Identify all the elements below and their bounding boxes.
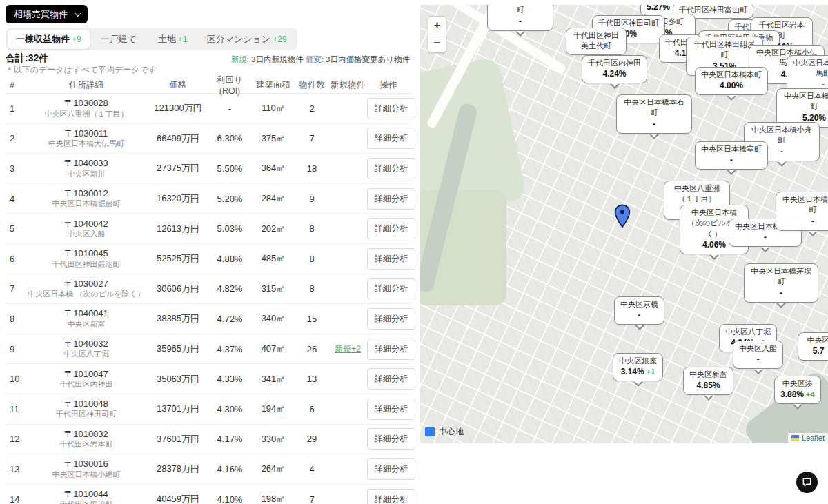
address-text: 千代田区内神田 <box>25 380 148 390</box>
legend-new-desc: : 3日内新規物件 <box>247 55 304 63</box>
action-cell: 詳細分析 <box>367 278 410 299</box>
row-number: 12 <box>6 434 25 444</box>
price-cell: 37601万円 <box>148 433 208 445</box>
tab-badge: +1 <box>178 34 188 44</box>
roi-cell: 6.30% <box>208 133 251 143</box>
center-legend-label: 中心地 <box>439 426 464 438</box>
tab-income-building[interactable]: 一棟収益物件+9 <box>8 30 90 49</box>
detail-analysis-button[interactable]: 詳細分析 <box>367 428 415 450</box>
detail-analysis-button[interactable]: 詳細分析 <box>367 278 415 299</box>
app-root: 相場売買物件 一棟収益物件+9 一戸建て 土地+1 区分マンション+29 合計:… <box>0 0 828 504</box>
detail-analysis-button[interactable]: 詳細分析 <box>367 458 415 480</box>
row-address-cell: 〒1010032 千代田区岩本町 <box>25 429 148 450</box>
tab-condo[interactable]: 区分マンション+29 <box>199 30 295 49</box>
table-row: 11 〒1010048 千代田区神田司町 13701万円 4.30% 194㎡ … <box>6 394 410 425</box>
tab-badge: +29 <box>273 34 286 44</box>
row-number: 11 <box>6 404 25 414</box>
area-value-row: 4.85% <box>689 380 727 392</box>
map-area-tooltip[interactable]: 中央区湊 3.88% +4 <box>774 376 821 404</box>
zoom-in-button[interactable]: + <box>428 17 446 34</box>
count-cell: 8 <box>295 223 328 234</box>
count-cell: 26 <box>295 344 328 354</box>
map-area-tooltip[interactable]: 中央区京橋 - <box>614 296 664 325</box>
detail-analysis-button[interactable]: 詳細分析 <box>367 489 415 504</box>
tab-label: 一戸建て <box>101 34 137 44</box>
category-dropdown[interactable]: 相場売買物件 <box>6 5 88 23</box>
zoom-out-button[interactable]: − <box>428 34 446 52</box>
detail-analysis-button[interactable]: 詳細分析 <box>367 98 415 119</box>
map-area-tooltip[interactable]: 中央区銀座 3.14% +1 <box>613 353 663 381</box>
chevron-down-icon <box>75 10 81 17</box>
postal-code: 〒1030028 <box>25 98 148 109</box>
area-roi-value: 3.88% <box>780 390 804 399</box>
map-legend: 中心地 <box>425 423 464 441</box>
map-area-tooltip[interactable]: 中央区日本橋室町 - <box>695 141 768 170</box>
col-header-count: 物件数 <box>295 79 328 91</box>
row-number: 14 <box>6 494 25 504</box>
roi-cell: - <box>208 103 251 114</box>
chat-button[interactable] <box>796 472 818 493</box>
roi-cell: 4.72% <box>208 314 251 324</box>
area-cell: 194㎡ <box>251 403 295 415</box>
count-cell: 8 <box>295 254 328 264</box>
map-zoom-control: + − <box>428 16 446 53</box>
detail-analysis-button[interactable]: 詳細分析 <box>367 158 415 179</box>
area-name: 中央区日本橋本石町 <box>622 97 686 119</box>
table-row: 14 〒1010044 千代田区鍛冶町 40459万円 4.10% 198㎡ 7… <box>6 485 410 504</box>
detail-analysis-button[interactable]: 詳細分析 <box>367 248 415 270</box>
area-roi-value: 3.14% <box>621 367 644 376</box>
area-roi-value: - <box>519 17 522 26</box>
area-name: 千代田区神田紺屋町 <box>692 39 757 61</box>
postal-code: 〒1040032 <box>25 339 148 350</box>
detail-analysis-button[interactable]: 詳細分析 <box>367 128 415 149</box>
area-roi-value: - <box>780 147 783 157</box>
map-area-tooltip[interactable]: 中央区日本橋本石町 - <box>616 94 692 134</box>
area-cell: 110㎡ <box>251 102 295 114</box>
table-body: 1 〒1030028 中央区八重洲（１丁目） 121300万円 - 110㎡ 2… <box>6 94 410 504</box>
address-text: 中央区日本橋小網町 <box>25 470 148 480</box>
address-text: 中央区入船 <box>25 230 148 239</box>
row-address-cell: 〒1010047 千代田区内神田 <box>25 369 148 390</box>
row-number: 1 <box>6 103 25 114</box>
detail-analysis-button[interactable]: 詳細分析 <box>367 308 415 330</box>
tab-land[interactable]: 土地+1 <box>150 30 196 49</box>
detail-analysis-button[interactable]: 詳細分析 <box>367 399 415 420</box>
roi-cell: 4.82% <box>208 283 251 294</box>
leaflet-map[interactable]: + − 千代田区神田錦町 - 5.27% 千代田区神田富山町 神田多町 % 千代… <box>420 5 828 443</box>
address-text: 千代田区岩本町 <box>25 440 148 450</box>
table-row: 7 〒1030027 中央区日本橋 （次のビルを除く） 30606万円 4.82… <box>6 274 410 305</box>
map-area-tooltip[interactable]: 中央区新富 4.85% <box>683 367 733 395</box>
detail-analysis-button[interactable]: 詳細分析 <box>367 368 415 390</box>
area-name: 中央区八重洲（１丁目） <box>670 183 724 205</box>
map-area-tooltip[interactable]: 千代田区神田錦町 - <box>487 5 553 31</box>
row-address-cell: 〒1010044 千代田区鍛冶町 <box>25 489 148 504</box>
detail-analysis-button[interactable]: 詳細分析 <box>367 339 415 360</box>
action-cell: 詳細分析 <box>367 399 410 420</box>
address-text: 中央区八重洲（１丁目） <box>25 110 148 119</box>
map-area-tooltip[interactable]: 中央区入船 - <box>733 341 783 369</box>
row-address-cell: 〒1040032 中央区八丁堀 <box>25 339 148 359</box>
new-cell: 新規+2 <box>328 343 367 355</box>
tab-detached-house[interactable]: 一戸建て <box>92 30 147 49</box>
map-area-tooltip[interactable]: 千代田区内神田 4.24% <box>582 55 647 83</box>
postal-code: 〒1030011 <box>25 128 148 139</box>
map-area-tooltip[interactable]: 中央区日本橋小網町 - <box>776 192 828 231</box>
price-cell: 16320万円 <box>148 192 208 205</box>
area-roi-value: - <box>638 310 641 320</box>
price-cell: 40459万円 <box>148 493 208 504</box>
detail-analysis-button[interactable]: 詳細分析 <box>367 188 415 210</box>
leaflet-link[interactable]: Leaflet <box>802 434 825 442</box>
roi-cell: 4.16% <box>208 464 251 474</box>
new-properties-link[interactable]: 新規+2 <box>335 344 361 354</box>
detail-analysis-button[interactable]: 詳細分析 <box>367 218 415 239</box>
area-value-row: 4.24% <box>588 68 641 80</box>
area-cell: 341㎡ <box>251 373 295 385</box>
map-area-tooltip[interactable]: 中央区日本橋本町 4.00% <box>695 67 768 95</box>
row-number: 8 <box>6 314 25 324</box>
map-pin-icon[interactable] <box>614 204 631 232</box>
map-area-tooltip[interactable]: 中央区 5.7 <box>798 332 828 361</box>
map-area-tooltip[interactable]: 中央区日本橋茅場町 - <box>744 263 818 303</box>
count-cell: 8 <box>295 283 328 294</box>
map-area-tooltip[interactable]: 千代田区神田美土代町 <box>566 28 627 55</box>
postal-code: 〒1040041 <box>25 308 148 319</box>
